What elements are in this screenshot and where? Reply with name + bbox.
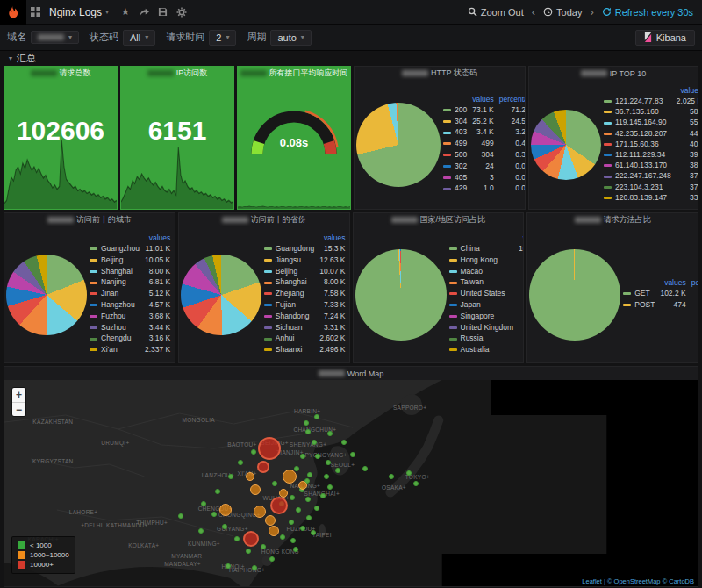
legend-row-United States[interactable]: United States600.06% [447,288,525,299]
legend-row-Guangdong[interactable]: Guangdong15.3 K19.95% [261,243,350,255]
map-marker-green[interactable] [341,440,347,445]
panel-title[interactable]: IP TOP 10 [529,67,698,80]
panel-title[interactable]: Word Map [4,367,698,380]
legend-row-Hong Kong[interactable]: Hong Kong4170.41% [447,255,525,266]
map-marker-green[interactable] [320,493,326,498]
map-marker-green[interactable] [280,534,285,540]
map-marker-green[interactable] [289,520,294,525]
map-marker-green[interactable] [290,495,295,500]
time-forward-chevron[interactable]: › [590,5,593,18]
map-marker-green[interactable] [226,563,231,569]
time-range-button[interactable]: Today [543,7,582,18]
section-row-summary[interactable]: ▾ 汇总 [0,51,702,65]
map-marker-orange[interactable] [219,504,232,516]
legend-row-302[interactable]: 302240.02% [441,161,526,172]
map-marker-green[interactable] [269,556,275,562]
legend-row-China[interactable]: China101.0 K98.98% [447,243,525,255]
map-marker-green[interactable] [312,440,317,445]
map-marker-green[interactable] [215,489,220,494]
legend-row-500[interactable]: 5003040.30% [441,149,526,161]
map-marker-green[interactable] [327,431,333,436]
map-marker-green[interactable] [335,468,340,473]
legend-row-Fuzhou[interactable]: Fuzhou3.68 K6.32% [87,311,176,322]
map-marker-green[interactable] [327,484,333,490]
map-marker-orange[interactable] [298,481,307,490]
http-status-pie-chart[interactable] [356,103,441,187]
share-icon[interactable] [139,7,149,18]
kibana-button[interactable]: Kibana [635,30,695,46]
refresh-button[interactable]: Refresh every 30s [602,7,693,18]
legend-row-200[interactable]: 20073.1 K71.27% [441,104,526,116]
map-marker-green[interactable] [246,549,251,554]
carto-link[interactable]: © CartoDB [663,577,694,585]
map-marker-green[interactable] [315,454,320,459]
map-marker-green[interactable] [201,501,206,506]
map-marker-green[interactable] [234,536,240,541]
legend-row-Chengdu[interactable]: Chengdu3.16 K5.43% [87,333,176,344]
map-marker-red[interactable] [270,497,288,514]
map-marker-green[interactable] [261,544,266,549]
legend-row-120.83.139.147[interactable]: 120.83.139.1473375.73% [601,192,698,203]
map-marker-red[interactable] [257,461,269,473]
map-marker-green[interactable] [350,452,355,457]
legend-row-Guangzhou[interactable]: Guangzhou11.01 K18.92% [87,243,176,255]
countries-pie-chart[interactable] [355,249,447,341]
legend-row-United Kingdom[interactable]: United Kingdom310.03% [447,322,525,333]
legend-row-Beijing[interactable]: Beijing10.05 K17.27% [87,255,176,266]
legend-row-Sichuan[interactable]: Sichuan3.31 K4.31% [261,322,350,333]
legend-row-171.15.60.36[interactable]: 171.15.60.364006.80% [601,139,698,149]
settings-gear-icon[interactable] [176,7,187,18]
legend-row-36.7.135.160[interactable]: 36.7.135.1605869.97% [601,106,698,117]
osm-link[interactable]: © OpenStreetMap [607,577,661,585]
map-marker-green[interactable] [178,513,183,519]
dashboard-picker-icon[interactable] [31,7,40,17]
legend-row-POST[interactable]: POST4740.46% [620,299,698,311]
legend-row-Shandong[interactable]: Shandong7.24 K9.44% [261,311,350,322]
dashboard-title[interactable]: Nginx Logs ▾ [49,6,109,18]
legend-row-42.235.128.207[interactable]: 42.235.128.2074487.62% [601,128,698,139]
legend-row-119.145.164.90[interactable]: 119.145.164.905509.35% [601,117,698,127]
star-icon[interactable]: ★ [121,6,130,18]
panel-title[interactable]: 所有接口平均响应时间 [238,67,350,80]
map-marker-green[interactable] [272,481,277,486]
legend-row-499[interactable]: 4994990.49% [441,138,526,149]
legend-row-403[interactable]: 4033.4 K3.29% [441,126,526,138]
map-marker-green[interactable] [300,526,305,531]
legend-row-223.104.3.231[interactable]: 223.104.3.2313776.41% [601,182,698,192]
map-marker-green[interactable] [198,528,204,534]
legend-row-GET[interactable]: GET102.2 K99.54% [620,288,698,299]
map-canvas[interactable]: KAZAKHSTANURUMQI+MONGOLIAHARBIN+CHANGCHU… [4,380,698,586]
map-marker-green[interactable] [222,524,227,529]
map-marker-green[interactable] [293,547,298,552]
map-marker-green[interactable] [305,429,311,434]
map-marker-green[interactable] [389,474,394,479]
map-marker-green[interactable] [228,474,233,479]
legend-row-112.111.229.34[interactable]: 112.111.229.343946.70% [601,149,698,160]
map-marker-orange[interactable] [265,515,276,526]
legend-row-Beijing[interactable]: Beijing10.07 K13.13% [261,266,350,277]
ip-top10-pie-chart[interactable] [531,110,601,180]
zoom-out-button[interactable]: Zoom Out [468,7,524,18]
legend-row-405[interactable]: 40530.00% [441,172,526,183]
panel-title[interactable]: 访问前十的省份 [179,213,349,226]
legend-row-429[interactable]: 4291.00.00% [441,183,526,194]
map-marker-green[interactable] [296,507,301,513]
map-marker-red[interactable] [243,531,259,547]
save-icon[interactable] [158,7,168,17]
legend-row-Shanghai[interactable]: Shanghai8.00 K13.76% [87,266,176,277]
legend-row-Japan[interactable]: Japan440.04% [447,299,525,311]
leaflet-link[interactable]: Leaflet [582,577,602,585]
map-marker-green[interactable] [290,538,296,543]
top-provinces-pie-chart[interactable] [181,255,261,335]
map-marker-green[interactable] [413,481,419,486]
map-marker-green[interactable] [211,512,217,517]
map-marker-orange[interactable] [283,470,297,484]
variable-period-select[interactable]: auto▾ [270,30,311,46]
map-zoom-in-button[interactable]: + [12,388,25,402]
panel-title[interactable]: IP访问数 [121,67,233,80]
map-marker-green[interactable] [311,530,316,535]
legend-row-Singapore[interactable]: Singapore340.03% [447,311,525,322]
legend-row-Shaanxi[interactable]: Shaanxi2.496 K3.25% [261,344,350,355]
map-marker-green[interactable] [314,506,319,511]
legend-row-222.247.167.248[interactable]: 222.247.167.2483796.44% [601,170,698,181]
